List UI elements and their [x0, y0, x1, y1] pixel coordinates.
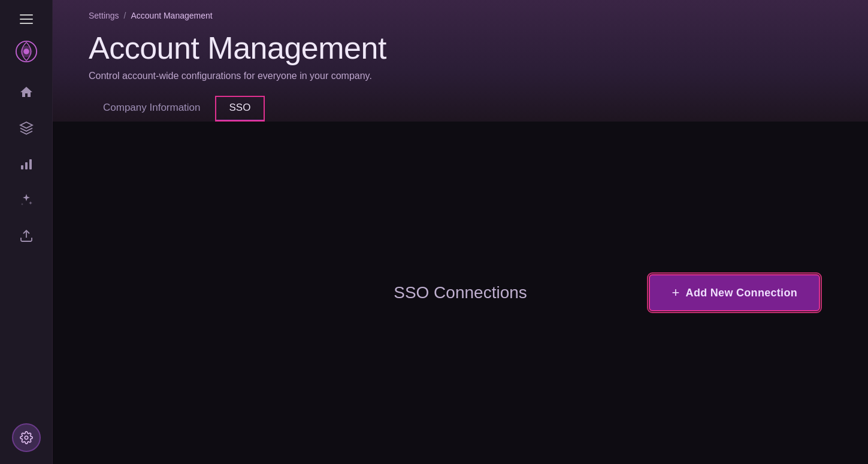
plus-icon: + — [672, 286, 679, 299]
sidebar-item-objects[interactable] — [11, 113, 42, 144]
add-connection-label: Add New Connection — [686, 287, 797, 299]
svg-point-2 — [23, 48, 29, 54]
sso-connections-label: SSO Connections — [394, 283, 527, 302]
svg-rect-4 — [25, 162, 28, 169]
breadcrumb: Settings / Account Management — [89, 0, 832, 20]
tab-company-information[interactable]: Company Information — [89, 96, 215, 122]
page-title: Account Management — [89, 30, 832, 66]
tab-sso[interactable]: SSO — [215, 96, 265, 122]
svg-rect-5 — [29, 159, 32, 169]
sidebar-item-settings[interactable] — [12, 423, 41, 452]
sidebar-item-home[interactable] — [11, 77, 42, 108]
sidebar-nav — [11, 77, 42, 423]
svg-rect-3 — [21, 165, 23, 169]
sidebar-item-upload[interactable] — [11, 220, 42, 251]
page-subtitle: Control account-wide configurations for … — [89, 71, 832, 81]
add-new-connection-button[interactable]: + Add New Connection — [649, 274, 820, 311]
content-section: SSO Connections + Add New Connection — [53, 122, 868, 464]
app-logo — [13, 38, 40, 65]
sidebar-item-analytics[interactable] — [11, 148, 42, 180]
svg-point-7 — [25, 436, 28, 439]
hamburger-menu[interactable] — [14, 7, 38, 31]
breadcrumb-root[interactable]: Settings — [89, 11, 119, 20]
breadcrumb-separator: / — [124, 11, 126, 20]
tabs: Company Information SSO — [89, 96, 832, 122]
sidebar-item-ai[interactable] — [11, 184, 42, 216]
sidebar — [0, 0, 53, 464]
breadcrumb-current: Account Management — [131, 11, 212, 20]
header-section: Settings / Account Management Account Ma… — [53, 0, 868, 122]
main-area: Settings / Account Management Account Ma… — [53, 0, 868, 464]
